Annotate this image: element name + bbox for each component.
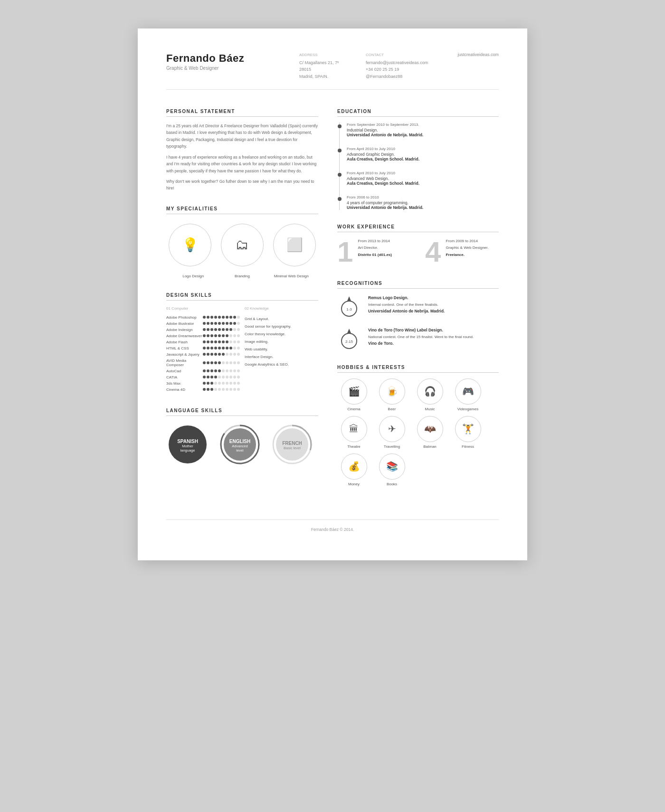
- work-title: WORK EXPERIENCE: [337, 224, 499, 232]
- language-skills-section: LANGUAGE SKILLS SPANISH Mother language: [166, 408, 318, 468]
- name-block: Fernando Báez Graphic & Web Designer: [166, 52, 261, 71]
- resume-page: Fernando Báez Graphic & Web Designer Add…: [138, 28, 527, 560]
- recognition-1: 2-15 Vino de Toro (Toro Wine) Label Desi…: [337, 327, 499, 350]
- education-timeline: From September 2010 to September 2013. I…: [337, 123, 499, 210]
- recognitions-section: RECOGNITIONS 1-3 Remus Logo Design. Inte…: [337, 281, 499, 350]
- timeline-dot-3: [338, 197, 342, 201]
- contact-text: fernando@justcreativeideas.com +34 020 2…: [366, 59, 432, 80]
- skill-3dsmax: 3ds Max: [166, 381, 240, 386]
- specialities-row: 💡 🗂 ⬜: [166, 224, 318, 266]
- speciality-web: ⬜: [273, 224, 316, 266]
- skill-avid: AVID Media Composer: [166, 359, 240, 367]
- speciality-circle-web: ⬜: [273, 224, 316, 266]
- work-number-0: 1: [337, 238, 353, 266]
- skill-indesign: Adobe Indesign: [166, 328, 240, 332]
- edu-item-0: From September 2010 to September 2013. I…: [347, 123, 499, 137]
- books-icon: 📚: [379, 453, 405, 480]
- specialities-title: MY SPECIALITIES: [166, 206, 318, 214]
- edu-item-3: From 2006 to 2010 4 years of computer pr…: [347, 195, 499, 210]
- right-column: EDUCATION From September 2010 to Septemb…: [337, 109, 499, 500]
- fitness-icon: 🏋: [455, 416, 481, 442]
- header: Fernando Báez Graphic & Web Designer Add…: [166, 52, 499, 90]
- main-content: PERSONAL STATEMENT I'm a 25 years old Ar…: [166, 109, 499, 500]
- work-detail-1: From 2009 to 2014 Graphic & Web Designer…: [446, 238, 488, 258]
- timeline-dot-1: [338, 149, 342, 152]
- music-icon: 🎧: [417, 378, 443, 405]
- hobby-music: 🎧 Music: [413, 378, 446, 411]
- knowledge-col: 02 Knowledge Grid & Layout. Good sense f…: [245, 306, 318, 394]
- footer-text: Fernando Báez © 2014.: [311, 527, 354, 532]
- footer: Fernando Báez © 2014.: [166, 519, 499, 532]
- hobby-beer: 🍺 Beer: [375, 378, 408, 411]
- personal-statement-text2: I have 4 years of experience working as …: [166, 154, 318, 174]
- lang-french: FRENCH Basic level: [271, 423, 314, 468]
- timeline-dot-2: [338, 173, 342, 177]
- computer-label: 01 Computer: [166, 306, 240, 311]
- address-label: Address: [299, 52, 366, 58]
- hobby-travelling: ✈ Travelling: [375, 416, 408, 449]
- speciality-logo: 💡: [169, 224, 211, 266]
- videogames-icon: 🎮: [455, 378, 481, 405]
- skill-photoshop: Adobe Photoshop: [166, 315, 240, 320]
- batman-icon: 🦇: [417, 416, 443, 442]
- speciality-circle-logo: 💡: [169, 224, 211, 266]
- work-row: 1 From 2013 to 2014 Art Director. Distri…: [337, 238, 499, 266]
- website[interactable]: justcreativeideas.com: [432, 52, 499, 57]
- work-detail-0: From 2013 to 2014 Art Director. Distrito…: [358, 238, 392, 258]
- language-circles: SPANISH Mother language: [166, 423, 318, 468]
- hobbies-section: HOBBIES & INTERESTS 🎬 Cinema 🍺 Beer 🎧 Mu…: [337, 365, 499, 486]
- name: Fernando Báez: [166, 52, 261, 65]
- contact-label: Contact: [366, 52, 432, 58]
- design-skills-section: DESIGN SKILLS 01 Computer Adobe Photosho…: [166, 293, 318, 394]
- hobby-theatre: 🏛 Theatre: [337, 416, 370, 449]
- personal-statement-text3: Why don't we work together? Go futher do…: [166, 178, 318, 192]
- knowledge-label: 02 Knowledge: [245, 306, 318, 311]
- theatre-icon: 🏛: [341, 416, 367, 442]
- knowledge-list: Grid & Layout. Good sense for typography…: [245, 315, 318, 368]
- travelling-icon: ✈: [379, 416, 405, 442]
- hobby-books: 📚 Books: [375, 453, 408, 486]
- personal-statement-section: PERSONAL STATEMENT I'm a 25 years old Ar…: [166, 109, 318, 192]
- hobby-fitness: 🏋 Fitness: [451, 416, 484, 449]
- speciality-label-branding: Branding: [218, 271, 266, 278]
- left-column: PERSONAL STATEMENT I'm a 25 years old Ar…: [166, 109, 318, 500]
- edu-item-1: From April 2010 to July 2010 Advanced Gr…: [347, 147, 499, 161]
- skill-html: HTML & CSS: [166, 346, 240, 350]
- address-text: C/ Magallanes 21, 7º28015Madrid, SPAIN.: [299, 59, 366, 80]
- education-section: EDUCATION From September 2010 to Septemb…: [337, 109, 499, 210]
- hobbies-grid: 🎬 Cinema 🍺 Beer 🎧 Music 🎮 Videogames: [337, 378, 499, 486]
- work-experience-section: WORK EXPERIENCE 1 From 2013 to 2014 Art …: [337, 224, 499, 266]
- hobby-videogames: 🎮 Videogames: [451, 378, 484, 411]
- hobbies-title: HOBBIES & INTERESTS: [337, 365, 499, 373]
- recognition-detail-0: Remus Logo Design. Internal contest. One…: [368, 294, 445, 315]
- edu-item-2: From April 2010 to July 2010 Advanced We…: [347, 171, 499, 186]
- speciality-label-web: Minimal Web Design: [267, 271, 316, 278]
- address-block: Address C/ Magallanes 21, 7º28015Madrid,…: [299, 52, 366, 80]
- specialities-section: MY SPECIALITIES 💡 🗂 ⬜ Logo Design: [166, 206, 318, 278]
- hobby-money: 💰 Money: [337, 453, 370, 486]
- recognition-detail-1: Vino de Toro (Toro Wine) Label Design. N…: [368, 327, 474, 347]
- personal-statement-text1: I'm a 25 years old Art Director & Freela…: [166, 123, 318, 150]
- timeline-dot-0: [338, 124, 342, 128]
- contact-block: Contact fernando@justcreativeideas.com +…: [366, 52, 432, 80]
- language-skills-title: LANGUAGE SKILLS: [166, 408, 318, 416]
- beer-icon: 🍺: [379, 378, 405, 405]
- work-item-0: 1 From 2013 to 2014 Art Director. Distri…: [337, 238, 411, 266]
- skill-js: Javascript & Jquery: [166, 352, 240, 357]
- recognition-0: 1-3 Remus Logo Design. Internal contest.…: [337, 294, 499, 318]
- work-item-1: 4 From 2009 to 2014 Graphic & Web Design…: [425, 238, 499, 266]
- cinema-icon: 🎬: [341, 378, 367, 405]
- lang-spanish: SPANISH Mother language: [166, 423, 209, 468]
- skills-columns: 01 Computer Adobe Photoshop Adobe Illust…: [166, 306, 318, 394]
- recognitions-title: RECOGNITIONS: [337, 281, 499, 289]
- recognition-badge-1: 2-15: [337, 327, 361, 350]
- skill-dreamweaver: Adobe Dreamweaver: [166, 334, 240, 338]
- recognition-badge-0: 1-3: [337, 294, 361, 318]
- subtitle: Graphic & Web Designer: [166, 66, 261, 71]
- svg-text:1-3: 1-3: [346, 307, 352, 312]
- lang-english: ENGLISH Advanced level: [218, 423, 261, 468]
- design-skills-title: DESIGN SKILLS: [166, 293, 318, 301]
- svg-text:2-15: 2-15: [345, 340, 353, 344]
- speciality-branding: 🗂: [221, 224, 264, 266]
- speciality-circle-branding: 🗂: [221, 224, 264, 266]
